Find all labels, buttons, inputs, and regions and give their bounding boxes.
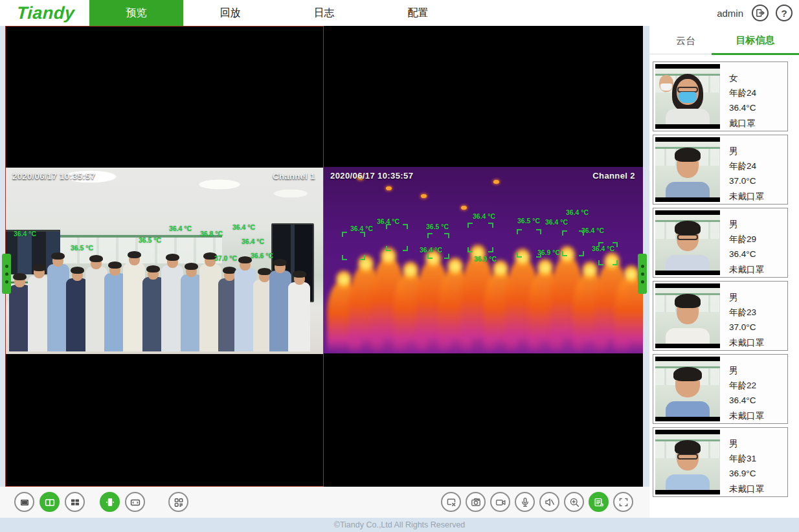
target-info-text: 男 年龄29 36.4°C 未戴口罩 [720,210,764,275]
target-temp: 36.4°C [729,100,756,115]
temp-overlay: 36.4 °C [473,212,495,220]
target-info-text: 女 年龄24 36.4°C 戴口罩 [720,64,756,129]
temp-overlay: 36.5 °C [426,223,449,230]
temp-overlay: 36.4 °C [566,208,589,216]
copyright-text: ©Tiandy Co.,Ltd All Rights Reserved [334,520,466,529]
target-mask: 未戴口罩 [729,482,764,496]
right-panel-handle[interactable] [638,254,647,294]
audio-mute-icon[interactable] [539,492,559,512]
record-icon[interactable] [490,492,510,512]
target-age: 年龄24 [729,85,756,100]
target-mask: 未戴口罩 [729,408,764,423]
digital-zoom-icon[interactable] [564,492,584,512]
target-thumbnail [655,64,720,129]
main-nav: 预览 回放 日志 配置 [89,0,465,26]
microphone-icon[interactable] [515,492,535,512]
temp-overlay: 36.6 °C [251,252,273,260]
temp-overlay: 36.4 °C [232,223,255,231]
temp-overlay: 37.0 °C [214,254,237,262]
tab-target-info[interactable]: 目标信息 [712,34,799,55]
target-thumbnail [655,430,720,494]
username-label: admin [717,8,743,19]
corridor-mode-icon[interactable] [100,492,120,512]
temp-overlay: 36.4 °C [169,225,192,232]
target-temp: 36.4°C [729,393,764,408]
channel-name-overlay: Channel 2 [592,171,635,181]
target-temp: 36.9°C [729,466,764,481]
target-card[interactable]: 男 年龄24 37.0°C 未戴口罩 [653,135,788,205]
temp-overlay: 36.4 °C [377,217,400,225]
temp-overlay: 36.8 °C [200,230,223,238]
channel-1-video: 36.4 °C 36.5 °C 36.5 °C 36.4 °C 36.8 °C … [6,168,323,354]
target-info-text: 男 年龄31 36.9°C 未戴口罩 [720,430,764,494]
target-gender: 男 [729,217,764,232]
quad-view-icon[interactable] [65,492,85,512]
temp-overlay: 36.4 °C [581,227,604,234]
thermal-hotspot [386,186,392,190]
target-age: 年龄24 [729,159,764,173]
fullscreen-icon[interactable] [613,492,633,512]
left-panel-handle[interactable] [2,254,11,294]
temp-overlay: 36.4 °C [350,225,373,232]
single-view-icon[interactable] [14,492,34,512]
help-icon[interactable]: ? [776,5,793,21]
target-info-text: 男 年龄24 37.0°C 未戴口罩 [720,137,764,202]
target-age: 年龄31 [729,451,764,466]
target-thumbnail [655,137,720,202]
temp-overlay: 36.4 °C [420,246,442,254]
layout-grid-icon[interactable] [168,492,188,512]
target-temp: 37.0°C [729,320,764,335]
target-age: 年龄29 [729,232,764,247]
layout-buttons [14,492,188,512]
target-mask: 戴口罩 [729,116,756,131]
thermal-hotspot [461,206,467,210]
temp-overlay: 36.4 °C [592,245,614,252]
sidebar-tabs: 云台 目标信息 [649,26,799,54]
target-mask: 未戴口罩 [729,262,764,277]
tab-log[interactable]: 日志 [277,0,371,26]
target-thumbnail [655,357,720,421]
stop-preview-icon[interactable] [441,492,461,512]
target-age: 年龄23 [729,305,764,320]
target-temp: 36.4°C [729,247,764,261]
channel-1-window[interactable]: 36.4 °C 36.5 °C 36.5 °C 36.4 °C 36.8 °C … [5,26,324,487]
target-card[interactable]: 女 年龄24 36.4°C 戴口罩 [653,61,788,131]
channel-2-window[interactable]: 36.4 °C 36.4 °C 36.5 °C 36.4 °C 36.5 °C … [324,26,643,487]
bottom-toolbar [0,487,649,518]
target-info-text: 男 年龄23 37.0°C 未戴口罩 [720,283,764,348]
timestamp-overlay: 2020/06/17 10:35:57 [12,172,95,181]
footer: ©Tiandy Co.,Ltd All Rights Reserved [0,518,799,532]
top-right-area: admin ? [717,0,793,26]
target-card[interactable]: 男 年龄22 36.4°C 未戴口罩 [653,354,788,424]
tab-config[interactable]: 配置 [371,0,465,26]
person-figure [288,272,310,351]
tab-preview[interactable]: 预览 [89,0,183,26]
tab-ptz[interactable]: 云台 [666,35,705,54]
aspect-ratio-icon[interactable] [125,492,145,512]
target-list[interactable]: 女 年龄24 36.4°C 戴口罩 男 年龄24 37.0°C 未戴口罩 [649,61,799,497]
snapshot-icon[interactable] [466,492,486,512]
temp-overlay: 36.5 °C [139,236,161,244]
temp-overlay: 36.9 °C [474,255,497,263]
temp-overlay: 36.4 °C [14,230,36,238]
target-card[interactable]: 男 年龄29 36.4°C 未戴口罩 [653,208,788,278]
channel-2-video: 36.4 °C 36.4 °C 36.5 °C 36.4 °C 36.5 °C … [324,167,643,353]
tab-playback[interactable]: 回放 [183,0,277,26]
control-buttons [441,492,633,512]
temp-overlay: 36.9 °C [537,249,560,256]
temp-overlay: 36.4 °C [545,218,568,226]
target-thumbnail [655,283,720,348]
target-gender: 男 [729,144,764,159]
logout-icon[interactable] [752,5,769,21]
target-thumbnail [655,210,720,275]
target-gender: 女 [729,71,756,85]
tiandy-logo: Tiandy [16,3,75,23]
target-card[interactable]: 男 年龄31 36.9°C 未戴口罩 [653,427,788,497]
target-info-text: 男 年龄22 36.4°C 未戴口罩 [720,357,764,421]
target-card[interactable]: 男 年龄23 37.0°C 未戴口罩 [653,281,788,351]
temp-overlay: 36.5 °C [71,244,93,252]
target-info-icon[interactable] [589,492,609,512]
dual-view-icon[interactable] [39,492,60,512]
target-gender: 男 [729,290,764,305]
right-sidebar: 云台 目标信息 女 年龄24 36.4°C 戴口罩 男 年龄 [649,26,799,518]
